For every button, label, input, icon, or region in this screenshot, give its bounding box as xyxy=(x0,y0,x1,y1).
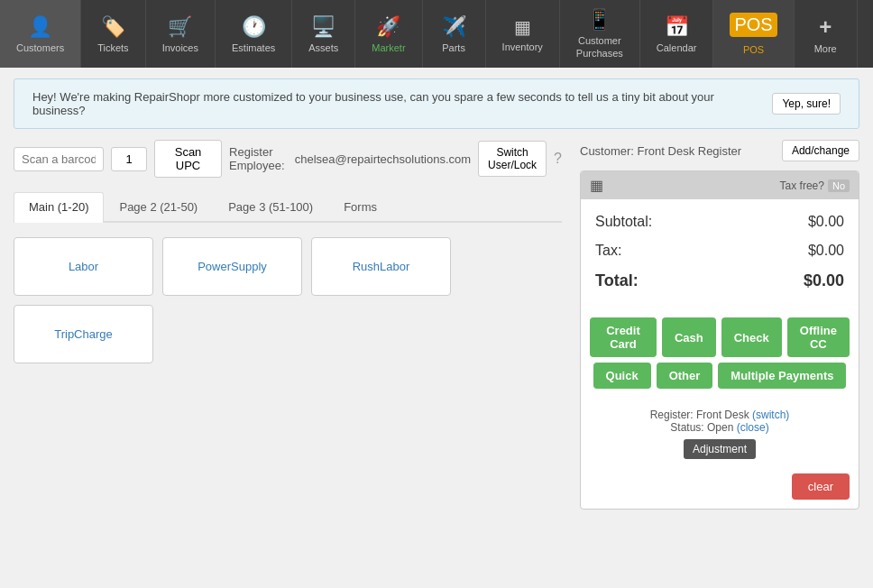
product-powersupply[interactable]: PowerSupply xyxy=(162,237,302,296)
main-content: Scan UPC Register Employee: chelsea@repa… xyxy=(0,140,873,523)
customer-bar: Customer: Front Desk Register Add/change xyxy=(580,140,859,161)
customers-icon: 👤 xyxy=(28,15,52,39)
tax-free-value: No xyxy=(828,179,850,192)
add-change-button[interactable]: Add/change xyxy=(782,140,859,161)
nav-calendar[interactable]: 📅 Calendar xyxy=(640,0,714,68)
product-grid: Labor PowerSupply RushLabor TripCharge xyxy=(14,237,562,363)
other-button[interactable]: Other xyxy=(657,363,713,389)
tickets-icon: 🏷️ xyxy=(101,15,125,39)
nav-invoices[interactable]: 🛒 Invoices xyxy=(146,0,216,68)
total-value: $0.00 xyxy=(804,271,844,290)
product-tabs: Main (1-20) Page 2 (21-50) Page 3 (51-10… xyxy=(14,192,562,223)
banner-button[interactable]: Yep, sure! xyxy=(772,93,841,115)
nav-inventory-label: Inventory xyxy=(502,41,543,52)
employee-label: Register Employee: xyxy=(229,145,288,172)
multiple-payments-button[interactable]: Multiple Payments xyxy=(718,363,846,389)
tab-main[interactable]: Main (1-20) xyxy=(14,192,104,223)
total-row: Total: $0.00 xyxy=(595,271,844,290)
right-panel: Customer: Front Desk Register Add/change… xyxy=(580,140,859,510)
tab-page3[interactable]: Page 3 (51-100) xyxy=(213,192,328,221)
customer-purchases-icon: 📱 xyxy=(587,8,611,32)
offline-cc-button[interactable]: Offline CC xyxy=(787,317,850,357)
nav-more-label: More xyxy=(814,43,837,54)
scan-bar: Scan UPC Register Employee: chelsea@repa… xyxy=(14,140,562,178)
tax-value: $0.00 xyxy=(808,243,844,259)
assets-icon: 🖥️ xyxy=(311,15,335,39)
quantity-input[interactable] xyxy=(111,147,147,171)
pos-header-left: ▦ xyxy=(590,177,603,194)
pos-header: ▦ Tax free? No xyxy=(581,171,859,199)
quick-button[interactable]: Quick xyxy=(593,363,651,389)
info-banner: Hey! We're making RepairShopr more custo… xyxy=(14,78,859,129)
clear-button[interactable]: clear xyxy=(792,473,850,500)
adjustment-badge: Adjustment xyxy=(684,439,756,459)
nav-marketr[interactable]: 🚀 Marketr xyxy=(355,0,422,68)
total-label: Total: xyxy=(595,271,639,290)
pos-icon: POS xyxy=(730,13,777,37)
subtotal-value: $0.00 xyxy=(808,214,844,230)
nav-customers-label: Customers xyxy=(16,42,64,53)
close-link[interactable]: (close) xyxy=(737,421,769,434)
inventory-icon: ▦ xyxy=(514,16,531,38)
tax-label: Tax: xyxy=(595,243,621,259)
barcode-icon: ▦ xyxy=(590,177,603,194)
scan-upc-button[interactable]: Scan UPC xyxy=(154,140,222,178)
nav-estimates[interactable]: 🕐 Estimates xyxy=(216,0,292,68)
banner-text: Hey! We're making RepairShopr more custo… xyxy=(32,90,761,117)
nav-customers[interactable]: 👤 Customers xyxy=(0,0,81,68)
product-labor[interactable]: Labor xyxy=(14,237,153,296)
adjustment-section: Adjustment xyxy=(581,439,859,470)
barcode-input[interactable] xyxy=(14,147,104,171)
payment-row-1: Credit Card Cash Check Offline CC xyxy=(590,317,850,357)
calendar-icon: 📅 xyxy=(665,15,689,39)
nav-assets[interactable]: 🖥️ Assets xyxy=(292,0,355,68)
estimates-icon: 🕐 xyxy=(242,15,266,39)
marketr-icon: 🚀 xyxy=(376,15,400,39)
tab-forms[interactable]: Forms xyxy=(328,192,392,221)
nav-invoices-label: Invoices xyxy=(162,42,198,53)
clear-section: clear xyxy=(581,473,859,500)
nav-tickets-label: Tickets xyxy=(97,42,128,53)
pos-totals: Subtotal: $0.00 Tax: $0.00 Total: $0.00 xyxy=(581,199,859,317)
tax-free-label: Tax free? xyxy=(780,179,824,192)
credit-card-button[interactable]: Credit Card xyxy=(590,317,657,357)
product-rushlabor[interactable]: RushLabor xyxy=(311,237,451,296)
status-label: Status: Open xyxy=(670,421,733,434)
nav-pos[interactable]: POS POS xyxy=(713,0,794,68)
nav-marketr-label: Marketr xyxy=(372,42,405,53)
nav-customer-purchases-label: CustomerPurchases xyxy=(576,35,623,59)
register-info: Register: Front Desk (switch) xyxy=(586,409,853,421)
nav-parts[interactable]: ✈️ Parts xyxy=(423,0,486,68)
switch-link[interactable]: (switch) xyxy=(752,409,789,421)
status-info: Status: Open (close) xyxy=(586,421,853,434)
pos-footer: Register: Front Desk (switch) Status: Op… xyxy=(581,403,859,439)
tax-free-section: Tax free? No xyxy=(780,179,850,192)
nav-more[interactable]: + More xyxy=(795,0,858,68)
nav-customer-purchases[interactable]: 📱 CustomerPurchases xyxy=(560,0,640,68)
navbar: 👤 Customers 🏷️ Tickets 🛒 Invoices 🕐 Esti… xyxy=(0,0,873,68)
nav-inventory[interactable]: ▦ Inventory xyxy=(486,0,560,68)
register-label: Register: Front Desk xyxy=(650,409,749,421)
nav-parts-label: Parts xyxy=(442,42,465,53)
employee-email: chelsea@repairtechsolutions.com xyxy=(295,152,471,166)
help-icon[interactable]: ? xyxy=(554,151,562,167)
cash-button[interactable]: Cash xyxy=(662,317,716,357)
product-tripcharge[interactable]: TripCharge xyxy=(14,305,153,363)
tab-page2[interactable]: Page 2 (21-50) xyxy=(104,192,213,221)
customer-label: Customer: Front Desk Register xyxy=(580,144,741,158)
parts-icon: ✈️ xyxy=(442,15,466,39)
nav-estimates-label: Estimates xyxy=(232,42,275,53)
pos-panel: ▦ Tax free? No Subtotal: $0.00 Tax: $0.0… xyxy=(580,170,859,510)
subtotal-row: Subtotal: $0.00 xyxy=(595,214,844,230)
nav-calendar-label: Calendar xyxy=(657,42,697,53)
nav-tickets[interactable]: 🏷️ Tickets xyxy=(81,0,145,68)
payment-row-2: Quick Other Multiple Payments xyxy=(590,363,850,389)
invoices-icon: 🛒 xyxy=(168,15,192,39)
payment-buttons: Credit Card Cash Check Offline CC Quick … xyxy=(581,317,859,403)
employee-info: Register Employee: chelsea@repairtechsol… xyxy=(229,141,562,177)
check-button[interactable]: Check xyxy=(721,317,782,357)
nav-pos-label: POS xyxy=(743,44,764,55)
tax-row: Tax: $0.00 xyxy=(595,243,844,259)
switch-user-button[interactable]: Switch User/Lock xyxy=(478,141,547,177)
subtotal-label: Subtotal: xyxy=(595,214,652,230)
